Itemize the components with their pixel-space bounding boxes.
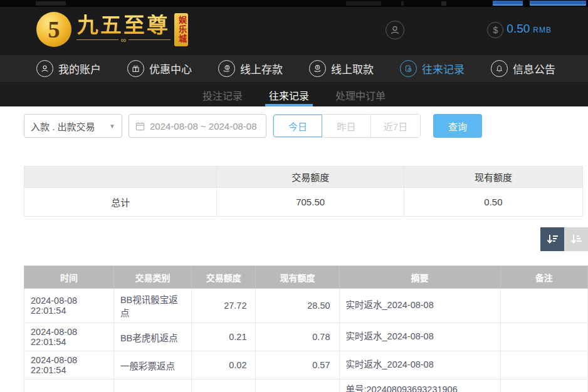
- top-strip-fragment: [401, 1, 404, 6]
- yesterday-button[interactable]: 昨日: [322, 115, 371, 137]
- records-table: 时间 交易类别 交易额度 现有额度 摘要 备注 2024-08-08 22:01…: [24, 266, 588, 392]
- cell-amount: 27.72: [191, 289, 255, 323]
- today-button[interactable]: 今日: [273, 115, 322, 137]
- top-strip-fragment: [441, 1, 446, 6]
- nav-label: 信息公告: [513, 61, 555, 76]
- tab-bet-records[interactable]: 投注记录: [199, 82, 246, 106]
- summary-header-trade: 交易额度: [217, 167, 404, 188]
- logo-badge: 娱乐城: [174, 13, 188, 46]
- sort-ascending-button[interactable]: [564, 227, 588, 251]
- balance-currency: RMB: [533, 26, 552, 34]
- col-memo: 摘要: [339, 266, 500, 289]
- cell-time: 2024-08-08 22:01:54: [24, 289, 114, 323]
- cell-amount: 0.21: [191, 323, 255, 351]
- transaction-type-select[interactable]: 入款 . 出款交易 ▼: [24, 114, 122, 138]
- date-range-value: 2024-08-08 ~ 2024-08-08: [150, 121, 257, 132]
- tab-pending-orders[interactable]: 处理中订单: [332, 82, 389, 106]
- table-row: 2024-08-08 22:01:54 一般彩票返点 0.02 0.57 实时返…: [24, 351, 588, 379]
- table-row: 2024-08-08 22:01:54 BB视讯骰宝返点 27.72 28.50…: [24, 289, 588, 323]
- nav-item-promotions[interactable]: 优惠中心: [127, 60, 192, 77]
- svg-text:$: $: [226, 66, 228, 70]
- select-value: 入款 . 出款交易: [31, 120, 95, 133]
- table-row: 2024-08-08 20:13:06 线上存款 500.00 500.55 单…: [24, 379, 588, 392]
- summary-table: 交易额度 现有额度 总计 705.50 0.50: [24, 166, 583, 217]
- dollar-icon: $: [487, 22, 503, 38]
- col-balance: 现有额度: [256, 266, 339, 289]
- cell-type: 线上存款: [113, 379, 191, 392]
- cell-balance: 0.78: [256, 323, 339, 351]
- nav-item-transactions[interactable]: 往来记录: [400, 60, 465, 77]
- cell-note: [500, 351, 587, 379]
- cell-amount: 0.02: [191, 351, 255, 379]
- last7days-button[interactable]: 近7日: [371, 115, 420, 137]
- sort-toolbar: [24, 227, 588, 251]
- nav-item-announcements[interactable]: 信息公告: [491, 60, 555, 77]
- nav-label: 往来记录: [422, 61, 465, 76]
- filter-bar: 入款 . 出款交易 ▼ 2024-08-08 ~ 2024-08-08 今日 昨…: [24, 114, 588, 138]
- summary-total-label: 总计: [24, 188, 217, 217]
- top-strip-fragment: [36, 1, 66, 6]
- cell-type: 一般彩票返点: [113, 351, 191, 379]
- summary-header-balance: 现有额度: [404, 167, 582, 188]
- date-range-input[interactable]: 2024-08-08 ~ 2024-08-08: [129, 114, 266, 138]
- top-strip: [0, 0, 588, 7]
- nav-item-deposit[interactable]: $ 线上存款: [218, 60, 283, 77]
- nav-label: 我的账户: [58, 61, 101, 76]
- nav-item-my-account[interactable]: 我的账户: [36, 60, 101, 77]
- summary-row: 总计 705.50 0.50: [24, 188, 583, 217]
- sort-descending-button[interactable]: [540, 227, 564, 251]
- cell-type: BB视讯骰宝返点: [113, 289, 191, 323]
- cell-time: 2024-08-08 22:01:54: [24, 351, 114, 379]
- nav-item-withdraw[interactable]: $ 线上取款: [309, 60, 374, 77]
- records-icon: [400, 60, 417, 77]
- svg-text:$: $: [317, 65, 318, 69]
- top-strip-fragment: [346, 1, 381, 6]
- sort-ascending-icon: [569, 232, 583, 246]
- chevron-down-icon: ▼: [109, 123, 115, 130]
- col-type: 交易类别: [113, 266, 191, 289]
- nav-label: 优惠中心: [149, 61, 192, 76]
- cell-note: [500, 289, 587, 323]
- cell-balance: 28.50: [256, 289, 339, 323]
- sort-descending-icon: [545, 232, 559, 246]
- summary-balance-total: 0.50: [404, 188, 582, 217]
- logo-title: 九五至尊: [77, 14, 170, 37]
- user-icon: [36, 60, 53, 77]
- cell-note: [500, 323, 587, 351]
- cell-memo: 实时返水_2024-08-08: [339, 289, 500, 323]
- cell-balance: 500.55: [256, 379, 339, 392]
- balance-amount: 0.50: [507, 22, 530, 36]
- subtab-bar: 投注记录 往来记录 处理中订单: [0, 82, 588, 106]
- top-strip-link[interactable]: [493, 1, 523, 6]
- calendar-icon: [135, 121, 145, 131]
- logo-monogram-icon: 5: [36, 12, 71, 47]
- deposit-icon: $: [218, 60, 235, 77]
- records-header-row: 时间 交易类别 交易额度 现有额度 摘要 备注: [24, 266, 588, 289]
- logo-flourish-icon: ∞: [76, 36, 171, 44]
- nav-label: 线上取款: [331, 61, 374, 76]
- header: 5 九五至尊 ∞ 娱乐城 $ 0.50 RMB: [0, 7, 588, 55]
- main-nav: 我的账户 优惠中心 $ 线上存款 $ 线上取款 往来记录 信息公告: [0, 55, 588, 82]
- col-note: 备注: [500, 266, 587, 289]
- cell-memo: 实时返水_2024-08-08: [339, 323, 500, 351]
- cell-type: BB老虎机返点: [113, 323, 191, 351]
- cell-memo: 实时返水_2024-08-08: [339, 351, 500, 379]
- col-time: 时间: [24, 266, 114, 289]
- site-logo[interactable]: 5 九五至尊 ∞ 娱乐城: [36, 12, 188, 47]
- cell-time: 2024-08-08 20:13:06: [24, 379, 114, 392]
- withdraw-icon: $: [309, 60, 326, 77]
- gift-icon: [127, 60, 144, 77]
- cell-memo: 单号:202408093693231906 人民币(RMB): 500: [339, 379, 500, 392]
- cell-note: Okpay: [500, 379, 587, 392]
- search-button[interactable]: 查询: [433, 114, 482, 138]
- quick-date-group: 今日 昨日 近7日: [273, 114, 421, 138]
- user-avatar-icon[interactable]: [386, 21, 404, 39]
- cell-amount: 500.00: [191, 379, 255, 392]
- top-strip-link[interactable]: [530, 1, 586, 6]
- cell-balance: 0.57: [256, 351, 339, 379]
- table-row: 2024-08-08 22:01:54 BB老虎机返点 0.21 0.78 实时…: [24, 323, 588, 351]
- col-amount: 交易额度: [191, 266, 255, 289]
- tab-transaction-records[interactable]: 往来记录: [265, 82, 313, 106]
- nav-label: 线上存款: [240, 61, 283, 76]
- summary-trade-total: 705.50: [217, 188, 404, 217]
